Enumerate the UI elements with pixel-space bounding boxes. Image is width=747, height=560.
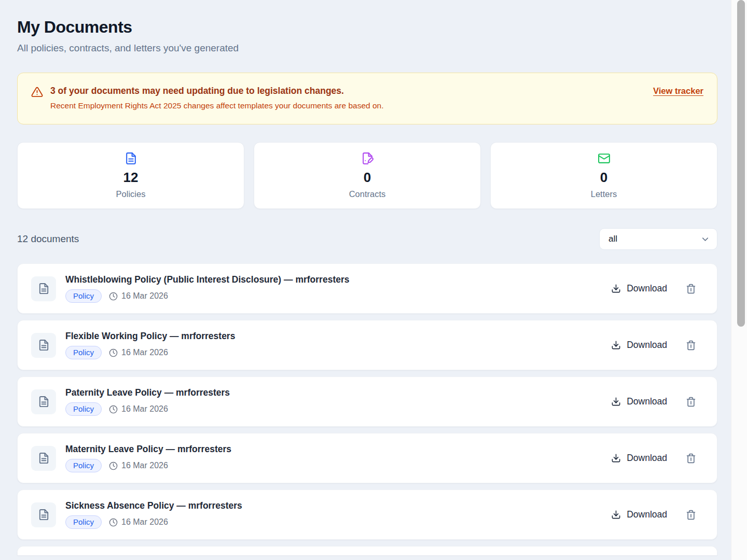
policies-label: Policies <box>116 189 146 199</box>
legislation-warning-banner: 3 of your documents may need updating du… <box>17 73 717 124</box>
mail-icon <box>598 152 611 165</box>
policy-badge: Policy <box>65 346 102 359</box>
document-title: Flexible Working Policy — mrforresters <box>65 331 611 342</box>
document-title: Maternity Leave Policy — mrforresters <box>65 444 611 455</box>
filter-select[interactable]: all <box>599 228 717 250</box>
delete-button[interactable] <box>686 453 696 464</box>
document-date: 16 Mar 2026 <box>121 404 168 414</box>
banner-description: Recent Employment Rights Act 2025 change… <box>50 101 646 110</box>
my-documents-page: My Documents All policies, contracts, an… <box>0 0 731 560</box>
download-label: Download <box>627 396 667 407</box>
document-date: 16 Mar 2026 <box>121 461 168 470</box>
document-thumbnail <box>31 276 56 301</box>
delete-button[interactable] <box>686 510 696 520</box>
download-label: Download <box>627 453 667 464</box>
stat-card-letters: 0 Letters <box>490 142 717 209</box>
document-thumbnail <box>31 333 56 358</box>
document-row-partial <box>17 546 717 555</box>
document-row: Sickness Absence Policy — mrforresters P… <box>17 489 717 540</box>
download-label: Download <box>627 509 667 520</box>
scrollbar-thumb[interactable] <box>737 0 745 327</box>
file-text-icon <box>38 339 50 351</box>
contracts-label: Contracts <box>349 189 386 199</box>
document-thumbnail <box>31 446 56 471</box>
download-icon <box>611 397 621 407</box>
delete-button[interactable] <box>686 397 696 407</box>
download-button[interactable]: Download <box>611 396 667 407</box>
download-label: Download <box>627 283 667 294</box>
document-date: 16 Mar 2026 <box>121 517 168 527</box>
filter-selected-value: all <box>608 234 617 244</box>
document-title: Paternity Leave Policy — mrforresters <box>65 387 611 398</box>
clock-icon <box>109 518 118 527</box>
policies-count: 12 <box>123 170 139 186</box>
trash-icon <box>686 453 696 464</box>
download-button[interactable]: Download <box>611 283 667 294</box>
trash-icon <box>686 397 696 407</box>
document-row: Paternity Leave Policy — mrforresters Po… <box>17 376 717 427</box>
document-thumbnail <box>31 389 56 414</box>
stats-row: 12 Policies 0 Contracts 0 Lette <box>17 142 717 209</box>
stat-card-contracts: 0 Contracts <box>254 142 481 209</box>
document-row: Whistleblowing Policy (Public Interest D… <box>17 263 717 314</box>
stat-card-policies: 12 Policies <box>17 142 244 209</box>
download-icon <box>611 340 621 350</box>
download-label: Download <box>627 340 667 351</box>
file-text-icon <box>38 283 50 295</box>
letters-count: 0 <box>600 170 607 186</box>
document-date: 16 Mar 2026 <box>121 348 168 357</box>
delete-button[interactable] <box>686 340 696 351</box>
download-button[interactable]: Download <box>611 509 667 520</box>
document-count: 12 documents <box>17 233 79 245</box>
document-title: Whistleblowing Policy (Public Interest D… <box>65 274 611 285</box>
policy-badge: Policy <box>65 515 102 529</box>
contracts-count: 0 <box>364 170 371 186</box>
view-tracker-link[interactable]: View tracker <box>653 86 703 96</box>
document-thumbnail <box>31 502 56 527</box>
file-text-icon <box>38 452 50 464</box>
document-title: Sickness Absence Policy — mrforresters <box>65 500 611 511</box>
download-icon <box>611 453 621 463</box>
warning-triangle-icon <box>31 86 43 98</box>
clock-icon <box>109 405 118 414</box>
document-date: 16 Mar 2026 <box>121 291 168 301</box>
document-row: Flexible Working Policy — mrforresters P… <box>17 320 717 370</box>
scrollbar-track[interactable] <box>731 0 747 560</box>
trash-icon <box>686 340 696 351</box>
list-toolbar: 12 documents all <box>17 228 717 250</box>
policy-badge: Policy <box>65 289 102 303</box>
page-subtitle: All policies, contracts, and letters you… <box>17 43 717 54</box>
trash-icon <box>686 284 696 294</box>
file-text-icon <box>38 396 50 408</box>
clock-icon <box>109 461 118 470</box>
download-icon <box>611 284 621 293</box>
banner-title: 3 of your documents may need updating du… <box>50 86 646 96</box>
clock-icon <box>109 292 118 301</box>
download-button[interactable]: Download <box>611 340 667 351</box>
document-list: Whistleblowing Policy (Public Interest D… <box>17 263 717 540</box>
policy-badge: Policy <box>65 459 102 472</box>
file-text-icon <box>38 509 50 521</box>
delete-button[interactable] <box>686 284 696 294</box>
download-icon <box>611 510 621 520</box>
chevron-down-icon <box>700 234 710 244</box>
page-title: My Documents <box>17 18 717 37</box>
file-text-icon <box>125 152 137 165</box>
letters-label: Letters <box>591 189 617 199</box>
clock-icon <box>109 348 118 357</box>
download-button[interactable]: Download <box>611 453 667 464</box>
document-row: Maternity Leave Policy — mrforresters Po… <box>17 433 717 483</box>
file-pen-icon <box>361 152 374 165</box>
policy-badge: Policy <box>65 402 102 416</box>
trash-icon <box>686 510 696 520</box>
